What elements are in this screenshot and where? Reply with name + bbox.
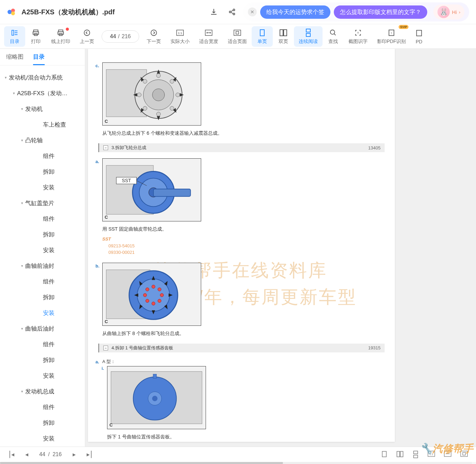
tool-pdf-convert[interactable]: PD: [411, 27, 423, 46]
figure-clutch: C: [102, 62, 201, 126]
outline-label: 拆卸: [43, 356, 55, 364]
view-continuous-icon[interactable]: [413, 451, 419, 458]
tool-print[interactable]: 打印: [25, 26, 46, 47]
svg-point-48: [170, 79, 174, 83]
tree-arrow-icon: ▾: [19, 264, 25, 268]
outline-item[interactable]: ▾曲轴后油封: [0, 321, 85, 336]
svg-point-44: [157, 112, 161, 116]
view-single-icon[interactable]: [381, 451, 387, 458]
svg-rect-85: [382, 451, 386, 457]
outline-item[interactable]: 拆卸: [0, 415, 85, 431]
section-header[interactable]: − 3.拆卸飞轮分总成 13405: [98, 143, 385, 152]
tool-find[interactable]: 查找: [323, 26, 344, 47]
share-icon[interactable]: [228, 8, 236, 16]
tree-arrow-icon: ▾: [19, 107, 25, 111]
outline-item[interactable]: 组件: [0, 211, 85, 227]
svg-rect-23: [306, 29, 310, 32]
outline-label: 拆卸: [43, 293, 55, 301]
outline-label: 拆卸: [43, 231, 55, 238]
tab-thumbnails[interactable]: 缩略图: [6, 53, 24, 65]
outline-item[interactable]: 拆卸: [0, 227, 85, 242]
outline-item[interactable]: 安装: [0, 242, 85, 258]
svg-point-13: [84, 30, 90, 35]
svg-rect-6: [12, 30, 14, 35]
tool-pdf-ocr[interactable]: SVIP T 影印PDF识别: [372, 26, 411, 47]
outline-label: 安装: [43, 184, 55, 191]
outline-item[interactable]: 组件: [0, 336, 85, 352]
page-number-input[interactable]: 44 / 216: [102, 30, 139, 43]
tool-prev-page[interactable]: 上一页: [75, 26, 99, 47]
svg-text:1:1: 1:1: [178, 31, 182, 35]
next-page-button[interactable]: ▸: [73, 451, 76, 458]
outline-item[interactable]: 安装: [0, 179, 85, 195]
single-page-icon: [259, 28, 266, 37]
tool-actual-size[interactable]: 1:1 实际大小: [166, 26, 194, 47]
collapse-icon[interactable]: −: [103, 346, 108, 350]
tool-fit-width[interactable]: 适合宽度: [194, 26, 223, 47]
outline-item[interactable]: ▾凸轮轴: [0, 132, 85, 148]
outline-item[interactable]: ▾曲轴前油封: [0, 258, 85, 274]
outline-item[interactable]: ▾A25B-FXS（发动…: [0, 85, 85, 101]
close-suggestion-button[interactable]: ✕: [248, 8, 257, 16]
prev-icon: [83, 28, 91, 37]
tool-fit-page[interactable]: 适合页面: [223, 26, 252, 47]
outline-item[interactable]: ▾发动机: [0, 101, 85, 117]
prev-page-button[interactable]: ◂: [25, 451, 28, 458]
svg-text:T: T: [391, 31, 392, 34]
collapse-icon[interactable]: −: [103, 145, 108, 150]
horizontal-scrollbar[interactable]: [0, 462, 472, 464]
tool-screenshot-ocr[interactable]: T 截图识字: [344, 26, 372, 47]
svg-point-67: [146, 288, 149, 291]
suggestion-pill-1[interactable]: 给我今天的运势求个签: [260, 5, 330, 19]
assistant-avatar[interactable]: 🐰 Hi ›: [433, 4, 464, 19]
tool-continuous[interactable]: 连续阅读: [294, 26, 323, 47]
outline-item[interactable]: 组件: [0, 148, 85, 164]
outline-item[interactable]: 拆卸: [0, 289, 85, 305]
outline-item[interactable]: ▾发动机总成: [0, 383, 85, 399]
last-page-button[interactable]: ▸⎮: [87, 451, 93, 458]
outline-item[interactable]: ▾发动机/混合动力系统: [0, 70, 85, 85]
first-page-button[interactable]: ⎮◂: [8, 451, 14, 458]
search-icon: [329, 28, 337, 37]
print-icon: [32, 28, 40, 37]
tool-next-page[interactable]: 下一页: [142, 26, 166, 47]
outline-item[interactable]: ▾气缸盖垫片: [0, 195, 85, 211]
tool-web-print[interactable]: 线上打印: [46, 26, 75, 47]
outline-item[interactable]: 拆卸: [0, 352, 85, 368]
outline-item[interactable]: 组件: [0, 274, 85, 289]
main-toolbar: 目录 打印 线上打印 上一页 44 / 216 下一页 1:1 实际大小 适合宽…: [0, 24, 476, 49]
outline-item[interactable]: 安装: [0, 368, 85, 383]
svg-rect-29: [417, 30, 422, 36]
tab-toc[interactable]: 目录: [33, 53, 45, 65]
outline-label: 发动机: [25, 105, 43, 113]
section-header[interactable]: − 4.拆卸 1 号曲轴位置传感器齿板 19315: [98, 344, 385, 352]
svg-rect-89: [414, 455, 418, 458]
tool-single-page[interactable]: 单页: [252, 26, 273, 47]
cloud-print-icon: [57, 28, 64, 37]
document-viewport[interactable]: 汽修帮手在线资料库 会员199/年，每周更新车型 c. C: [85, 49, 476, 449]
step-marker: a.: [95, 359, 99, 364]
outline-item[interactable]: 安装: [0, 305, 85, 321]
tree-arrow-icon: ▾: [11, 91, 17, 96]
outline-item[interactable]: 组件: [0, 399, 85, 415]
outline-item[interactable]: 安装: [0, 431, 85, 446]
svg-point-45: [137, 93, 141, 97]
outline-label: 凸轮轴: [25, 136, 43, 144]
fit-page-icon: [233, 28, 241, 37]
svg-point-50: [170, 106, 174, 111]
view-double-icon[interactable]: [396, 451, 404, 458]
continuous-icon: [305, 28, 312, 37]
step-caption: 从飞轮分总成上拆下 6 个螺栓和变速器输入减震器总成。: [102, 130, 385, 136]
outline-item[interactable]: 拆卸: [0, 164, 85, 179]
svg-text:T: T: [357, 31, 359, 34]
suggestion-pill-2[interactable]: 怎么提取影印版文档里的文字？: [334, 5, 427, 19]
actual-size-icon: 1:1: [176, 28, 184, 37]
outline-item[interactable]: 车上检查: [0, 117, 85, 132]
svg-point-43: [157, 74, 161, 78]
tree-arrow-icon: ▾: [19, 138, 25, 143]
download-icon[interactable]: [210, 8, 218, 16]
tool-toc[interactable]: 目录: [4, 26, 25, 47]
footer-page-display[interactable]: 44 / 216: [39, 451, 62, 458]
tool-double-page[interactable]: 双页: [273, 26, 294, 47]
svg-point-2: [11, 12, 15, 15]
